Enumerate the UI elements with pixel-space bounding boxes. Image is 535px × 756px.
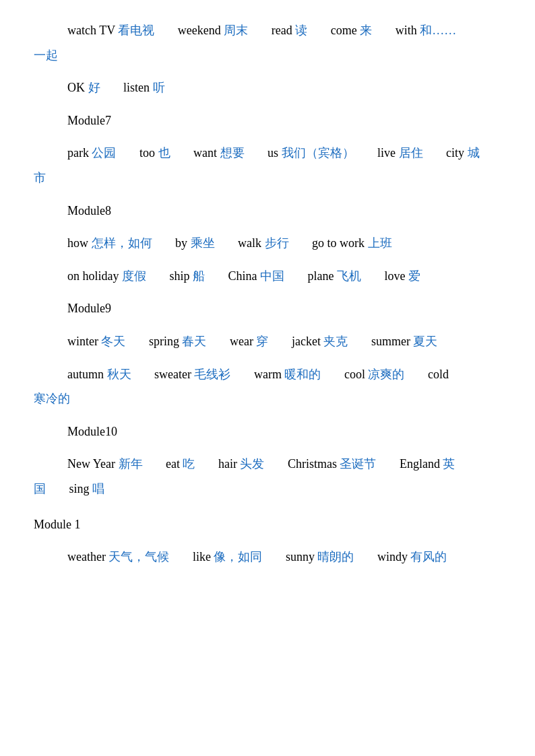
sep11 xyxy=(159,236,168,250)
sep23 xyxy=(238,368,247,381)
sep27 xyxy=(202,457,212,471)
word-weekend-zh: 周末 xyxy=(224,24,248,37)
word-us-zh: 我们（宾格） xyxy=(282,146,354,160)
word-ok-zh: 好 xyxy=(88,81,100,94)
word-live-en: live xyxy=(377,146,399,160)
word-walk-zh: 步行 xyxy=(265,236,289,250)
vocab-line-3: park 公园 too 也 want 想要 us 我们（宾格） live 居住 … xyxy=(34,143,501,164)
word-newyear-en: New Year xyxy=(67,457,119,471)
word-england-en: England xyxy=(400,457,443,471)
module1-label: Module 1 xyxy=(34,518,81,531)
spacer5 xyxy=(34,225,501,233)
sep17 xyxy=(369,269,378,283)
word-winter-zh: 冬天 xyxy=(101,335,125,348)
word-ok-en: OK xyxy=(67,81,88,94)
sep15 xyxy=(212,269,222,283)
vocab-line-5: on holiday 度假 ship 船 China 中国 plane 飞机 l… xyxy=(34,266,501,287)
word-by-en: by xyxy=(175,236,191,250)
sep6 xyxy=(123,146,133,160)
word-wear-en: wear xyxy=(230,335,256,348)
module1-title: Module 1 xyxy=(34,514,501,535)
module10-label: Module10 xyxy=(67,425,117,438)
spacer3 xyxy=(34,135,501,143)
word-spring-en: spring xyxy=(149,335,183,348)
word-weekend-en: weekend xyxy=(178,24,224,37)
sep32 xyxy=(270,550,279,563)
word-eat-zh: 吃 xyxy=(183,457,195,471)
word-too-en: too xyxy=(139,146,158,160)
spacer2 xyxy=(34,102,501,110)
word-eat-en: eat xyxy=(166,457,183,471)
word-autumn-en: autumn xyxy=(67,368,107,381)
sep3 xyxy=(315,24,324,37)
word-watchTV-zh: 看电视 xyxy=(118,24,154,37)
module8-label: Module8 xyxy=(67,204,111,217)
sep14 xyxy=(154,269,163,283)
sep9 xyxy=(361,146,371,160)
spacer9 xyxy=(34,356,501,364)
spacer4 xyxy=(34,193,501,201)
sep8 xyxy=(251,146,261,160)
word-come-zh: 来 xyxy=(360,24,372,37)
word-china-en: China xyxy=(228,269,261,283)
word-with-zh: 和…… xyxy=(420,24,456,37)
word-how-zh: 怎样，如何 xyxy=(92,236,152,250)
word-by-zh: 乘坐 xyxy=(191,236,215,250)
word-warm-en: warm xyxy=(254,368,284,381)
word-cool-en: cool xyxy=(344,368,369,381)
spacer7 xyxy=(34,290,501,298)
sep22 xyxy=(138,368,148,381)
word-love-zh: 爱 xyxy=(408,269,420,283)
sep19 xyxy=(214,335,223,348)
word-too-zh: 也 xyxy=(158,146,170,160)
word-read-zh: 读 xyxy=(295,24,307,37)
word-christmas-zh: 圣诞节 xyxy=(340,457,376,471)
word-sweater-en: sweater xyxy=(154,368,194,381)
word-city-zh: 城 xyxy=(468,146,480,160)
word-want-zh: 想要 xyxy=(220,146,245,160)
word-want-en: want xyxy=(193,146,220,160)
vocab-line-6: winter 冬天 spring 春天 wear 穿 jacket 夹克 sum… xyxy=(34,331,501,352)
sep2 xyxy=(255,24,265,37)
sep7 xyxy=(177,146,187,160)
sep20 xyxy=(276,335,285,348)
spacer13 xyxy=(34,539,501,547)
module9-label: Module9 xyxy=(67,302,111,315)
sep4 xyxy=(379,24,389,37)
word-summer-zh: 夏天 xyxy=(413,335,437,348)
sep5 xyxy=(107,81,117,94)
word-live-zh: 居住 xyxy=(399,146,423,160)
spacer10 xyxy=(34,413,501,421)
sep31 xyxy=(177,550,186,563)
spacer12 xyxy=(34,504,501,514)
word-windy-en: windy xyxy=(377,550,411,563)
spacer11 xyxy=(34,446,501,454)
word-city-zh2: 市 xyxy=(34,171,46,184)
word-park-en: park xyxy=(67,146,92,160)
sep33 xyxy=(361,550,371,563)
vocab-line-4: how 怎样，如何 by 乘坐 walk 步行 go to work 上班 xyxy=(34,233,501,254)
module7-title: Module7 xyxy=(34,110,501,131)
word-onholiday-zh: 度假 xyxy=(122,269,146,283)
sep25 xyxy=(412,368,421,381)
word-with-en: with xyxy=(396,24,420,37)
word-weather-zh: 天气，气候 xyxy=(108,550,169,563)
vocab-line-8b: 国 sing 唱 xyxy=(34,479,501,500)
vocab-line-1: watch TV 看电视 weekend 周末 read 读 come 来 wi… xyxy=(34,20,501,41)
word-listen-en: listen xyxy=(123,81,153,94)
word-ship-en: ship xyxy=(170,269,193,283)
vocab-line-3b: 市 xyxy=(34,168,501,188)
vocab-line-7: autumn 秋天 sweater 毛线衫 warm 暖和的 cool 凉爽的 … xyxy=(34,364,501,385)
word-weather-en: weather xyxy=(67,550,108,563)
sep29 xyxy=(383,457,393,471)
word-how-en: how xyxy=(67,236,92,250)
word-sweater-zh: 毛线衫 xyxy=(194,368,230,381)
vocab-line-1b: 一起 xyxy=(34,45,501,66)
module7-label: Module7 xyxy=(67,114,111,127)
word-read-en: read xyxy=(272,24,295,37)
vocab-line-2: OK 好 listen 听 xyxy=(34,77,501,98)
word-warm-zh: 暖和的 xyxy=(284,368,321,381)
sep1 xyxy=(162,24,171,37)
word-ship-zh: 船 xyxy=(193,269,205,283)
word-sunny-en: sunny xyxy=(286,550,318,563)
